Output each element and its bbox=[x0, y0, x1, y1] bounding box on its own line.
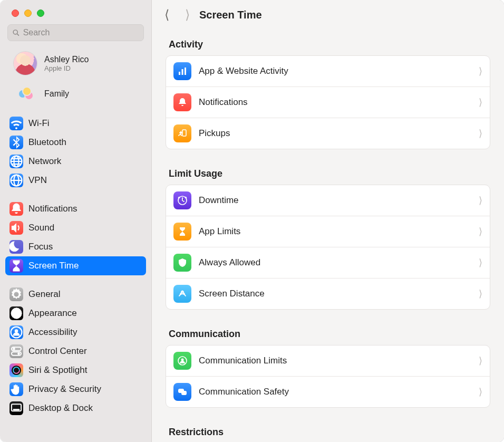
row-label: App & Website Activity bbox=[199, 66, 288, 76]
appearance-icon bbox=[9, 306, 23, 320]
row-label: Pickups bbox=[199, 128, 230, 139]
chevron-right-icon: ⟩ bbox=[479, 128, 482, 139]
switches-icon bbox=[9, 344, 23, 358]
sidebar: Ashley Rico Apple ID Family Wi-Fi Blueto… bbox=[0, 0, 152, 442]
close-window-button[interactable] bbox=[12, 9, 19, 17]
row-distance[interactable]: Screen Distance ⟩ bbox=[166, 278, 490, 309]
section-label: Limit Usage bbox=[166, 159, 490, 185]
row-notifications[interactable]: Notifications ⟩ bbox=[166, 87, 490, 118]
sidebar-item-notifications[interactable]: Notifications bbox=[5, 199, 146, 218]
sidebar-item-label: VPN bbox=[28, 175, 142, 186]
sidebar-item-label: Focus bbox=[28, 242, 142, 252]
contact-icon bbox=[173, 352, 191, 370]
search-field[interactable] bbox=[7, 24, 144, 41]
search-icon bbox=[12, 28, 20, 37]
bell-icon bbox=[9, 202, 23, 216]
nav-back-button[interactable]: ⟨ bbox=[164, 7, 169, 22]
row-applimits[interactable]: App Limits ⟩ bbox=[166, 216, 490, 247]
section-label: Activity bbox=[166, 30, 490, 55]
sidebar-item-general[interactable]: General bbox=[5, 285, 146, 304]
hourglass-icon bbox=[173, 223, 191, 241]
vpn-icon bbox=[9, 174, 23, 187]
account-name: Ashley Rico bbox=[44, 55, 89, 64]
chevron-right-icon: ⟩ bbox=[479, 257, 482, 268]
row-commsafety[interactable]: Communication Safety ⟩ bbox=[166, 376, 490, 407]
hourglass-icon bbox=[9, 259, 23, 273]
bluetooth-icon bbox=[9, 136, 23, 149]
sidebar-item-label: Wi-Fi bbox=[28, 118, 142, 129]
sidebar-item-bluetooth[interactable]: Bluetooth bbox=[5, 133, 146, 152]
sidebar-item-label: Network bbox=[28, 156, 142, 167]
chevron-right-icon: ⟩ bbox=[479, 226, 482, 237]
fullscreen-window-button[interactable] bbox=[37, 9, 44, 17]
dock-icon bbox=[9, 401, 23, 415]
chevron-right-icon: ⟩ bbox=[479, 65, 482, 77]
globe-icon bbox=[9, 155, 23, 168]
person-icon bbox=[9, 325, 23, 339]
sidebar-item-label: Control Center bbox=[28, 346, 142, 357]
row-label: Always Allowed bbox=[199, 257, 260, 268]
hand-icon bbox=[9, 382, 23, 396]
search-input[interactable] bbox=[23, 28, 139, 37]
sidebar-item-label: Desktop & Dock bbox=[28, 403, 142, 414]
sidebar-item-label: Privacy & Security bbox=[28, 384, 142, 395]
sidebar-item-controlcenter[interactable]: Control Center bbox=[5, 342, 146, 361]
account-sub: Apple ID bbox=[44, 64, 89, 72]
sidebar-item-label: Screen Time bbox=[28, 261, 142, 271]
page-title: Screen Time bbox=[199, 9, 262, 21]
nav-forward-button[interactable]: ⟩ bbox=[185, 7, 190, 22]
gear-icon bbox=[9, 287, 23, 301]
sidebar-item-accessibility[interactable]: Accessibility bbox=[5, 323, 146, 342]
row-app-activity[interactable]: App & Website Activity ⟩ bbox=[166, 56, 490, 87]
main-content: ⟨ ⟩ Screen Time Activity App & Website A… bbox=[152, 0, 504, 442]
chart-icon bbox=[173, 62, 191, 80]
sidebar-item-desktop[interactable]: Desktop & Dock bbox=[5, 399, 146, 418]
family-label: Family bbox=[44, 89, 69, 99]
section-communication: Communication Communication Limits ⟩ Com… bbox=[152, 317, 504, 415]
row-label: Screen Distance bbox=[199, 289, 265, 299]
chevron-right-icon: ⟩ bbox=[479, 288, 482, 300]
pickup-icon bbox=[173, 124, 191, 142]
row-commlimits[interactable]: Communication Limits ⟩ bbox=[166, 345, 490, 376]
sidebar-item-vpn[interactable]: VPN bbox=[5, 171, 146, 190]
wifi-icon bbox=[9, 117, 23, 130]
section-label: Restrictions bbox=[166, 417, 490, 442]
sidebar-item-label: Bluetooth bbox=[28, 137, 142, 148]
chevron-right-icon: ⟩ bbox=[479, 386, 482, 398]
sidebar-item-label: Siri & Spotlight bbox=[28, 365, 142, 376]
sidebar-item-label: Appearance bbox=[28, 308, 142, 319]
clock-icon bbox=[173, 191, 191, 209]
distance-icon bbox=[173, 285, 191, 303]
family-row[interactable]: Family bbox=[4, 79, 147, 111]
sidebar-item-appearance[interactable]: Appearance bbox=[5, 304, 146, 323]
sidebar-item-sound[interactable]: Sound bbox=[5, 218, 146, 237]
card: Communication Limits ⟩ Communication Saf… bbox=[166, 345, 490, 408]
chevron-right-icon: ⟩ bbox=[479, 355, 482, 367]
card: App & Website Activity ⟩ Notifications ⟩… bbox=[166, 55, 490, 149]
row-pickups[interactable]: Pickups ⟩ bbox=[166, 118, 490, 149]
sidebar-item-network[interactable]: Network bbox=[5, 152, 146, 171]
section-limit-usage: Limit Usage Downtime ⟩ App Limits ⟩ Alwa… bbox=[152, 157, 504, 317]
row-label: Downtime bbox=[199, 195, 239, 206]
check-icon bbox=[173, 254, 191, 272]
avatar bbox=[14, 52, 37, 75]
card: Downtime ⟩ App Limits ⟩ Always Allowed ⟩… bbox=[166, 185, 490, 310]
family-icon bbox=[14, 82, 37, 105]
window-controls bbox=[0, 0, 151, 24]
section-activity: Activity App & Website Activity ⟩ Notifi… bbox=[152, 27, 504, 157]
bell-icon bbox=[173, 93, 191, 111]
sidebar-item-privacy[interactable]: Privacy & Security bbox=[5, 380, 146, 399]
row-label: Communication Limits bbox=[199, 355, 287, 366]
apple-id-row[interactable]: Ashley Rico Apple ID bbox=[4, 47, 147, 79]
sidebar-item-label: Notifications bbox=[28, 204, 142, 214]
row-always[interactable]: Always Allowed ⟩ bbox=[166, 247, 490, 278]
row-label: App Limits bbox=[199, 226, 240, 237]
sidebar-item-wifi[interactable]: Wi-Fi bbox=[5, 114, 146, 133]
siri-icon bbox=[9, 363, 23, 377]
sidebar-item-focus[interactable]: Focus bbox=[5, 237, 146, 256]
sidebar-item-siri[interactable]: Siri & Spotlight bbox=[5, 361, 146, 380]
sidebar-item-screentime[interactable]: Screen Time bbox=[5, 256, 146, 275]
minimize-window-button[interactable] bbox=[24, 9, 32, 17]
moon-icon bbox=[9, 240, 23, 254]
row-downtime[interactable]: Downtime ⟩ bbox=[166, 185, 490, 216]
